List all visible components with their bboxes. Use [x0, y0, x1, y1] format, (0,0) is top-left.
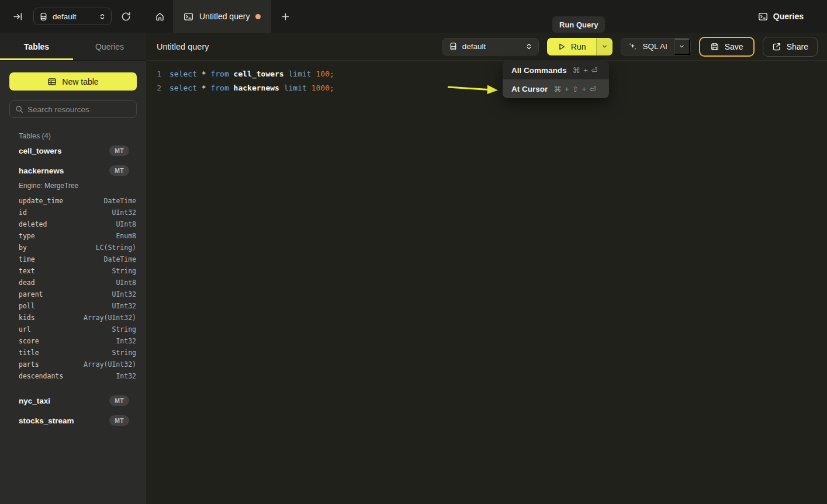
column-row[interactable]: pollUInt32 [0, 300, 146, 312]
column-row[interactable]: urlString [0, 324, 146, 335]
column-row[interactable]: titleString [0, 347, 146, 359]
column-row[interactable]: partsArray(UInt32) [0, 359, 146, 370]
table-name: stocks_stream [19, 416, 74, 425]
code-token: 100 [316, 67, 329, 81]
run-query-tooltip-label: Run Query [559, 20, 598, 29]
column-name: parts [19, 360, 39, 369]
run-menu-item[interactable]: At Cursor⌘ + ⇧ + ⏎ [503, 79, 609, 98]
column-row[interactable]: textString [0, 265, 146, 277]
table-row-stocks-stream[interactable]: stocks_stream MT [0, 411, 146, 430]
run-menu-item[interactable]: All Commands⌘ + ⏎ [503, 61, 609, 79]
engine-label: Engine: MergeTree [19, 182, 146, 190]
search-input[interactable] [27, 105, 131, 114]
sql-ai-button[interactable]: SQL AI [621, 42, 674, 51]
column-name: descendants [19, 372, 63, 380]
column-row[interactable]: deletedUInt8 [0, 218, 146, 230]
refresh-button[interactable] [119, 9, 133, 24]
home-button[interactable] [146, 0, 173, 33]
new-table-button[interactable]: New table [9, 72, 137, 91]
table-row-hackernews[interactable]: hackernews MT [0, 161, 146, 180]
column-type: Int32 [116, 337, 136, 345]
run-split-button: Run [547, 38, 613, 55]
code-token [197, 67, 202, 81]
column-row[interactable]: byLC(String) [0, 242, 146, 253]
sql-editor[interactable]: 1select * from cell_towers limit 100;2se… [146, 61, 827, 95]
line-number: 2 [146, 81, 161, 95]
column-row[interactable]: timeDateTime [0, 253, 146, 265]
code-token [197, 81, 202, 95]
queries-button-label: Queries [773, 12, 804, 21]
sql-ai-button-group: SQL AI [621, 38, 690, 55]
collapse-sidebar-button[interactable] [11, 9, 25, 24]
chevron-down-icon [679, 43, 685, 50]
editor-header: Untitled query default [146, 33, 827, 61]
table-row-nyc-taxi[interactable]: nyc_taxi MT [0, 391, 146, 410]
column-row[interactable]: descendantsInt32 [0, 370, 146, 382]
column-name: title [19, 349, 39, 357]
save-icon [710, 42, 719, 51]
column-name: url [19, 325, 31, 333]
column-type: String [112, 325, 136, 333]
code-line[interactable]: 2select * from hackernews limit 1000; [146, 81, 827, 95]
code-token [229, 81, 234, 95]
column-type: String [112, 349, 136, 357]
sidebar-tab-queries[interactable]: Queries [73, 33, 146, 60]
chevron-down-icon [601, 43, 608, 50]
sidebar-tab-tables-label: Tables [24, 42, 49, 51]
column-row[interactable]: typeEnum8 [0, 230, 146, 242]
top-bar-left: default [0, 0, 146, 33]
column-row[interactable]: scoreInt32 [0, 335, 146, 347]
column-name: id [19, 208, 27, 217]
table-row-cell-towers[interactable]: cell_towers MT [0, 141, 146, 160]
tables-section-title: Tables (4) [19, 132, 146, 140]
sidebar-database-selector[interactable]: default [33, 8, 112, 25]
column-name: by [19, 244, 27, 252]
code-token: limit [284, 81, 307, 95]
column-row[interactable]: update_timeDateTime [0, 195, 146, 207]
column-type: DateTime [104, 255, 136, 263]
sidebar: Tables Queries New table Tables (4) cell… [0, 33, 146, 504]
code-token [307, 81, 312, 95]
code-token: ; [330, 67, 334, 81]
code-token: select [169, 81, 197, 95]
column-row[interactable]: idUInt32 [0, 207, 146, 218]
tab-title: Untitled query [199, 12, 250, 21]
new-tab-button[interactable] [271, 0, 299, 33]
run-options-button[interactable] [596, 38, 613, 55]
column-name: time [19, 255, 35, 263]
engine-badge: MT [109, 165, 129, 176]
code-token [229, 67, 234, 81]
chevrons-updown-icon [525, 43, 532, 50]
share-button[interactable]: Share [763, 37, 818, 57]
column-row[interactable]: parentUInt32 [0, 289, 146, 300]
column-type: DateTime [104, 197, 136, 205]
terminal-icon [184, 12, 193, 22]
column-type: UInt8 [116, 220, 136, 228]
code-line[interactable]: 1select * from cell_towers limit 100; [146, 67, 827, 81]
run-menu-item-label: At Cursor [511, 85, 548, 93]
column-name: text [19, 267, 35, 275]
column-row[interactable]: kidsArray(UInt32) [0, 312, 146, 324]
save-button[interactable]: Save [699, 37, 755, 57]
tab-untitled-query[interactable]: Untitled query [173, 0, 271, 33]
sidebar-tabs: Tables Queries [0, 33, 146, 61]
line-number: 1 [146, 67, 161, 81]
sql-ai-label: SQL AI [642, 42, 667, 51]
run-button[interactable]: Run [547, 38, 597, 55]
column-row[interactable]: deadUInt8 [0, 277, 146, 289]
queries-button[interactable]: Queries [758, 0, 804, 33]
code-token [206, 67, 211, 81]
column-name: type [19, 232, 35, 240]
code-token [312, 67, 316, 81]
code-token: ; [330, 81, 334, 95]
run-button-label: Run [571, 42, 586, 51]
sql-ai-options-button[interactable] [674, 39, 690, 55]
editor-database-selector[interactable]: default [442, 38, 539, 55]
sidebar-tab-tables[interactable]: Tables [0, 33, 73, 60]
code-token [279, 81, 284, 95]
code-lines: 1select * from cell_towers limit 100;2se… [146, 67, 827, 95]
table-name: hackernews [19, 166, 64, 175]
column-name: dead [19, 279, 35, 287]
column-type: LC(String) [96, 244, 136, 252]
column-name: poll [19, 302, 35, 310]
